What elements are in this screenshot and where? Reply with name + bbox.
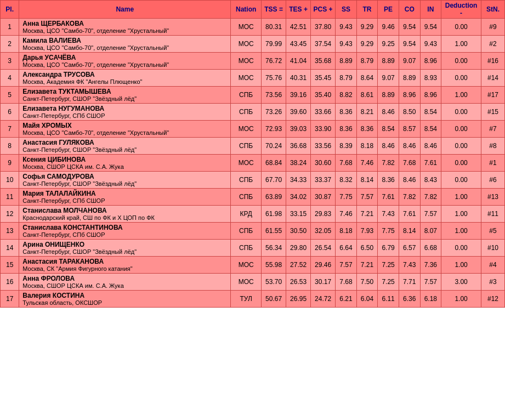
- place: 9: [1, 155, 19, 172]
- tes: 39.03: [286, 121, 311, 138]
- table-row: 13Станислава КОНСТАНТИНОВАСанкт-Петербур…: [1, 223, 505, 240]
- pcs: 35.68: [311, 53, 336, 70]
- table-row: 11Мария ТАЛАЛАЙКИНАСанкт-Петербург, СПб …: [1, 189, 505, 206]
- pe: 9.07: [378, 70, 399, 87]
- stn: #7: [481, 121, 505, 138]
- ss: 7.68: [336, 274, 357, 291]
- place: 8: [1, 138, 19, 155]
- place: 4: [1, 70, 19, 87]
- tes: 40.31: [286, 70, 311, 87]
- header-name: Name: [19, 1, 231, 19]
- tes: 34.02: [286, 189, 311, 206]
- header-nation: Nation: [231, 1, 262, 19]
- tss: 75.76: [262, 70, 286, 87]
- in: 9.54: [420, 19, 441, 36]
- co: 6.36: [399, 291, 420, 308]
- stn: #5: [481, 223, 505, 240]
- co: 9.54: [399, 19, 420, 36]
- deduction: 0.00: [441, 70, 481, 87]
- co: 7.68: [399, 155, 420, 172]
- table-row: 10Софья САМОДУРОВАСанкт-Петербург, СШОР …: [1, 172, 505, 189]
- stn: #1: [481, 155, 505, 172]
- stn: #3: [481, 274, 505, 291]
- table-row: 7Майя ХРОМЫХМосква, ЦСО "Самбо-70", отде…: [1, 121, 505, 138]
- deduction: 3.00: [441, 274, 481, 291]
- nation: СПБ: [231, 104, 262, 121]
- in: 7.82: [420, 189, 441, 206]
- nation: МОС: [231, 121, 262, 138]
- deduction: 1.00: [441, 189, 481, 206]
- athlete-name: Валерия КОСТИНАТульская область, ОКСШОР: [19, 291, 231, 308]
- stn: #9: [481, 19, 505, 36]
- pe: 9.46: [378, 19, 399, 36]
- tr: 8.18: [356, 138, 378, 155]
- table-row: 16Анна ФРОЛОВАМосква, СШОР ЦСКА им. С.А.…: [1, 274, 505, 291]
- place: 13: [1, 223, 19, 240]
- in: 8.43: [420, 172, 441, 189]
- deduction: 1.00: [441, 223, 481, 240]
- athlete-name: Анна ЩЕРБАКОВАМосква, ЦСО "Самбо-70", от…: [19, 19, 231, 36]
- ss: 6.64: [336, 240, 357, 257]
- place: 1: [1, 19, 19, 36]
- in: 8.54: [420, 121, 441, 138]
- pcs: 37.54: [311, 36, 336, 53]
- place: 14: [1, 240, 19, 257]
- tr: 8.14: [356, 172, 378, 189]
- nation: МОС: [231, 36, 262, 53]
- tss: 55.98: [262, 257, 286, 274]
- tss: 73.56: [262, 87, 286, 104]
- athlete-name: Станислава МОЛЧАНОВАКраснодарский край, …: [19, 206, 231, 223]
- header-stn: StN.: [481, 1, 505, 19]
- ss: 6.21: [336, 291, 357, 308]
- co: 8.14: [399, 223, 420, 240]
- co: 7.43: [399, 257, 420, 274]
- ss: 8.36: [336, 104, 357, 121]
- stn: #16: [481, 53, 505, 70]
- tr: 7.57: [356, 189, 378, 206]
- table-row: 14Арина ОНИЩЕНКОСанкт-Петербург, СШОР "З…: [1, 240, 505, 257]
- deduction: 0.00: [441, 19, 481, 36]
- tss: 80.31: [262, 19, 286, 36]
- nation: ТУЛ: [231, 291, 262, 308]
- place: 17: [1, 291, 19, 308]
- nation: МОС: [231, 19, 262, 36]
- pcs: 35.40: [311, 87, 336, 104]
- deduction: 0.00: [441, 104, 481, 121]
- header-tss: TSS =: [262, 1, 286, 19]
- tss: 50.67: [262, 291, 286, 308]
- header-ss: SS: [336, 1, 357, 19]
- pe: 7.25: [378, 274, 399, 291]
- pcs: 33.90: [311, 121, 336, 138]
- in: 8.96: [420, 87, 441, 104]
- co: 8.89: [399, 70, 420, 87]
- nation: СПБ: [231, 223, 262, 240]
- in: 8.93: [420, 70, 441, 87]
- deduction: 1.00: [441, 257, 481, 274]
- co: 8.46: [399, 172, 420, 189]
- in: 8.07: [420, 223, 441, 240]
- tss: 76.72: [262, 53, 286, 70]
- in: 6.18: [420, 291, 441, 308]
- nation: МОС: [231, 274, 262, 291]
- ss: 7.68: [336, 155, 357, 172]
- co: 7.71: [399, 274, 420, 291]
- tes: 33.15: [286, 206, 311, 223]
- nation: МОС: [231, 155, 262, 172]
- tr: 9.29: [356, 36, 378, 53]
- tss: 72.93: [262, 121, 286, 138]
- pcs: 33.56: [311, 138, 336, 155]
- tr: 7.21: [356, 257, 378, 274]
- athlete-name: Майя ХРОМЫХМосква, ЦСО "Самбо-70", отдел…: [19, 121, 231, 138]
- tr: 7.21: [356, 206, 378, 223]
- tr: 8.64: [356, 70, 378, 87]
- deduction: 1.00: [441, 87, 481, 104]
- tss: 67.70: [262, 172, 286, 189]
- co: 9.54: [399, 36, 420, 53]
- tss: 79.99: [262, 36, 286, 53]
- place: 7: [1, 121, 19, 138]
- ss: 7.46: [336, 206, 357, 223]
- place: 15: [1, 257, 19, 274]
- deduction: 0.00: [441, 53, 481, 70]
- in: 8.46: [420, 138, 441, 155]
- pcs: 37.80: [311, 19, 336, 36]
